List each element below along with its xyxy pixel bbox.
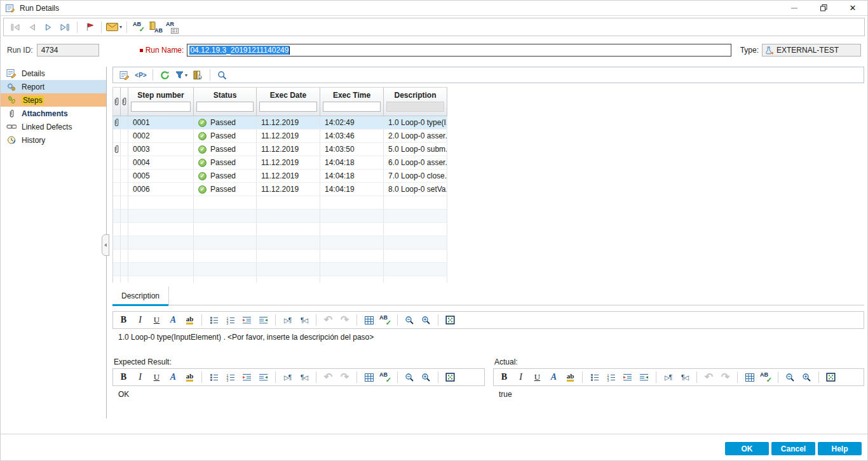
table-row[interactable]: 0003✓Passed11.12.201914:03:505.0 Loop-0 … bbox=[113, 143, 447, 156]
column-header-exec-time[interactable]: Exec Time bbox=[320, 88, 384, 116]
indent-button[interactable] bbox=[240, 313, 254, 327]
expand-button[interactable] bbox=[443, 370, 458, 384]
italic-button[interactable]: I bbox=[513, 370, 528, 384]
check-spelling-button[interactable]: AB✓ bbox=[132, 20, 146, 34]
sidebar-item-linked-defects[interactable]: Linked Defects bbox=[1, 120, 106, 133]
description-content[interactable]: 1.0 Loop-0 type(InputElement) . <Por fav… bbox=[118, 333, 860, 342]
send-mail-button[interactable]: ▾ bbox=[106, 20, 122, 34]
last-record-button[interactable] bbox=[58, 20, 72, 34]
expand-button[interactable] bbox=[443, 313, 458, 327]
sidebar-item-details[interactable]: Details bbox=[1, 67, 106, 80]
bold-button[interactable]: B bbox=[497, 370, 512, 384]
thesaurus-button[interactable]: AB bbox=[148, 20, 163, 34]
table-row[interactable]: 0002✓Passed11.12.201914:03:462.0 Loop-0 … bbox=[113, 130, 447, 143]
edit-step-button[interactable] bbox=[117, 68, 132, 82]
redo-button[interactable]: ↷ bbox=[718, 370, 733, 384]
search-button[interactable] bbox=[215, 68, 229, 82]
highlight-button[interactable]: ab bbox=[182, 370, 197, 384]
rtl-paragraph-button[interactable]: ¶◁ bbox=[677, 370, 692, 384]
font-color-button[interactable]: A bbox=[546, 370, 561, 384]
rtl-paragraph-button[interactable]: ¶◁ bbox=[297, 313, 311, 327]
followup-flag-button[interactable] bbox=[82, 20, 97, 34]
undo-button[interactable]: ↶ bbox=[702, 370, 716, 384]
indent-button[interactable] bbox=[620, 370, 635, 384]
next-record-button[interactable] bbox=[41, 20, 56, 34]
font-color-button[interactable]: A bbox=[166, 370, 180, 384]
column-header-status[interactable]: Status bbox=[194, 88, 257, 116]
ltr-paragraph-button[interactable]: ▷¶ bbox=[661, 370, 675, 384]
outdent-button[interactable] bbox=[637, 370, 651, 384]
table-row[interactable]: 0006✓Passed11.12.201914:04:198.0 Loop-0 … bbox=[113, 183, 447, 196]
table-row[interactable]: 0004✓Passed11.12.201914:04:186.0 Loop-0 … bbox=[113, 156, 447, 170]
highlight-button[interactable]: ab bbox=[182, 313, 197, 327]
zoom-out-button[interactable] bbox=[402, 313, 417, 327]
redo-button[interactable]: ↷ bbox=[337, 370, 352, 384]
italic-button[interactable]: I bbox=[133, 313, 147, 327]
close-button[interactable]: ✕ bbox=[838, 1, 867, 15]
underline-button[interactable]: U bbox=[149, 313, 164, 327]
insert-table-button[interactable] bbox=[362, 370, 376, 384]
refresh-button[interactable] bbox=[158, 68, 172, 82]
select-columns-button[interactable] bbox=[191, 68, 205, 82]
outdent-button[interactable] bbox=[256, 370, 271, 384]
previous-record-button[interactable] bbox=[25, 20, 39, 34]
bullet-list-button[interactable] bbox=[207, 370, 221, 384]
attachment-column-header[interactable] bbox=[113, 88, 121, 116]
run-name-input[interactable]: 04.12.19.3_20191211140249 bbox=[187, 44, 731, 57]
column-header-step-number[interactable]: Step number bbox=[128, 88, 194, 116]
exec-time-filter-input[interactable] bbox=[323, 102, 381, 112]
steps-search-input[interactable] bbox=[229, 69, 372, 81]
undo-button[interactable]: ↶ bbox=[321, 313, 336, 327]
expected-result-content[interactable]: OK bbox=[118, 390, 129, 399]
column-header-description[interactable]: Description bbox=[384, 88, 447, 116]
insert-table-button[interactable] bbox=[742, 370, 757, 384]
minimize-button[interactable] bbox=[780, 1, 809, 15]
tab-description[interactable]: Description bbox=[112, 286, 169, 305]
sidebar-item-report[interactable]: Report bbox=[1, 80, 106, 93]
status-filter-input[interactable] bbox=[196, 102, 254, 112]
check-spelling-button[interactable]: AB✓ bbox=[759, 370, 773, 384]
check-spelling-button[interactable]: AB✓ bbox=[378, 313, 393, 327]
numbered-list-button[interactable]: 123 bbox=[223, 370, 238, 384]
numbered-list-button[interactable]: 123 bbox=[604, 370, 618, 384]
sidebar-item-history[interactable]: History bbox=[1, 133, 106, 147]
rtl-paragraph-button[interactable]: ¶◁ bbox=[297, 370, 311, 384]
exec-date-filter-input[interactable] bbox=[259, 102, 317, 112]
description-filter[interactable] bbox=[386, 102, 444, 112]
insert-table-button[interactable] bbox=[362, 313, 376, 327]
zoom-out-button[interactable] bbox=[402, 370, 417, 384]
restore-button[interactable] bbox=[809, 1, 838, 15]
sidebar-collapse-handle[interactable] bbox=[102, 234, 109, 256]
first-record-button[interactable] bbox=[8, 20, 23, 34]
indent-button[interactable] bbox=[240, 370, 254, 384]
help-button[interactable]: Help bbox=[818, 442, 862, 455]
italic-button[interactable]: I bbox=[133, 370, 147, 384]
bullet-list-button[interactable] bbox=[207, 313, 221, 327]
ok-button[interactable]: OK bbox=[725, 442, 769, 455]
zoom-in-button[interactable] bbox=[419, 370, 433, 384]
undo-button[interactable]: ↶ bbox=[321, 370, 336, 384]
underline-button[interactable]: U bbox=[530, 370, 545, 384]
bold-button[interactable]: B bbox=[116, 313, 131, 327]
attachment-column-header[interactable] bbox=[121, 88, 128, 116]
bullet-list-button[interactable] bbox=[587, 370, 602, 384]
outdent-button[interactable] bbox=[256, 313, 271, 327]
ltr-paragraph-button[interactable]: ▷¶ bbox=[280, 370, 295, 384]
table-row[interactable]: 0005✓Passed11.12.201914:04:187.0 Loop-0 … bbox=[113, 170, 447, 183]
column-header-exec-date[interactable]: Exec Date bbox=[257, 88, 320, 116]
underline-button[interactable]: U bbox=[149, 370, 164, 384]
font-color-button[interactable]: A bbox=[166, 313, 180, 327]
check-spelling-button[interactable]: AB✓ bbox=[378, 370, 393, 384]
redo-button[interactable]: ↷ bbox=[337, 313, 352, 327]
expand-button[interactable] bbox=[824, 370, 838, 384]
zoom-in-button[interactable] bbox=[799, 370, 814, 384]
cancel-button[interactable]: Cancel bbox=[771, 442, 815, 455]
zoom-out-button[interactable] bbox=[783, 370, 797, 384]
ltr-paragraph-button[interactable]: ▷¶ bbox=[280, 313, 295, 327]
table-row[interactable]: 0001✓Passed11.12.201914:02:491.0 Loop-0 … bbox=[113, 116, 447, 130]
numbered-list-button[interactable]: 123 bbox=[223, 313, 238, 327]
step-number-filter-input[interactable] bbox=[131, 102, 191, 112]
sidebar-item-attachments[interactable]: Attachments bbox=[1, 107, 106, 120]
actual-content[interactable]: true bbox=[499, 390, 512, 399]
filter-button[interactable]: ▾ bbox=[174, 68, 189, 82]
